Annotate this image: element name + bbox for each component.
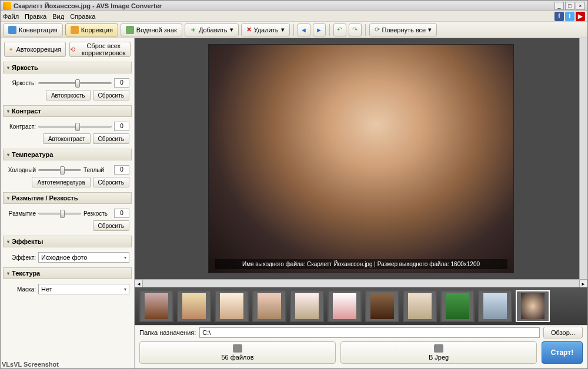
tab-convert[interactable]: Конвертация <box>3 24 63 36</box>
contrast-slider[interactable] <box>38 122 112 131</box>
thumbnail[interactable] <box>215 290 249 322</box>
twitter-icon[interactable]: t <box>565 12 574 21</box>
reset-temperature-button[interactable]: Сбросить <box>93 177 129 187</box>
mask-select[interactable]: Нет <box>38 284 129 294</box>
sidebar: ✦Автокоррекция ⟲Сброс всех корректировок… <box>1 38 135 368</box>
rotate-right-button[interactable]: ↷ <box>349 24 362 36</box>
preview-canvas: Имя выходного файла: Скарлетт Йоханссон.… <box>135 38 587 279</box>
destination-bar: Папка назначения: Обзор... <box>135 325 587 339</box>
mask-label: Маска: <box>5 286 36 293</box>
thumbnail-selected[interactable] <box>516 290 550 322</box>
thumbnail[interactable] <box>440 290 475 322</box>
watermark-icon <box>126 26 134 34</box>
prev-button[interactable]: ◄ <box>298 24 310 36</box>
titlebar: Скарлетт Йоханссон.jpg - AVS Image Conve… <box>1 1 587 11</box>
main-toolbar: Конвертация Коррекция Водяной знак ＋Доба… <box>1 22 587 38</box>
rotate-all-button[interactable]: ⟳Повернуть все ▾ <box>369 24 437 36</box>
auto-contrast-button[interactable]: Автоконтраст <box>43 133 91 144</box>
destination-input[interactable] <box>199 327 540 338</box>
cold-label: Холодный <box>5 167 36 173</box>
maximize-button[interactable]: □ <box>565 2 574 10</box>
thumbnail-strip <box>135 287 587 325</box>
menu-help[interactable]: Справка <box>70 13 95 20</box>
thumbnail[interactable] <box>328 290 362 322</box>
wand-icon: ✦ <box>8 46 14 53</box>
arrow-right-icon: ► <box>316 26 322 33</box>
thumbnail[interactable] <box>403 290 437 322</box>
effect-select[interactable]: Исходное фото <box>38 252 129 263</box>
files-card[interactable]: 56 файлов <box>139 341 336 364</box>
section-contrast[interactable]: Контраст <box>3 105 132 117</box>
brightness-value[interactable]: 0 <box>114 78 129 88</box>
preview-image: Имя выходного файла: Скарлетт Йоханссон.… <box>208 44 514 273</box>
format-card[interactable]: В Jpeg <box>340 341 537 364</box>
reset-all-button[interactable]: ⟲Сброс всех корректировок <box>69 42 131 57</box>
thumbnail[interactable] <box>365 290 399 322</box>
preview-caption: Имя выходного файла: Скарлетт Йоханссон.… <box>215 259 507 269</box>
correct-icon <box>71 26 79 34</box>
convert-icon <box>8 26 16 34</box>
close-button[interactable]: × <box>576 2 585 10</box>
blur-label: Размытие <box>5 210 36 217</box>
app-icon <box>3 2 11 10</box>
horizontal-scrollbar[interactable]: ◄ ► <box>135 279 587 287</box>
auto-brightness-button[interactable]: Автояркость <box>46 90 91 100</box>
warm-label: Теплый <box>83 167 112 173</box>
contrast-value[interactable]: 0 <box>114 122 129 131</box>
vertical-scrollbar[interactable] <box>579 38 587 279</box>
section-blur[interactable]: Размытие / Резкость <box>3 192 132 204</box>
browse-button[interactable]: Обзор... <box>543 327 583 338</box>
effect-label: Эффект: <box>5 254 36 261</box>
temperature-slider[interactable] <box>38 165 81 175</box>
blur-slider[interactable] <box>38 209 81 218</box>
thumbnail[interactable] <box>177 290 211 322</box>
viewer: Имя выходного файла: Скарлетт Йоханссон.… <box>135 38 587 368</box>
thumbnail[interactable] <box>252 290 286 322</box>
menu-edit[interactable]: Правка <box>25 13 46 20</box>
rotate-all-icon: ⟳ <box>375 26 380 33</box>
temperature-value[interactable]: 0 <box>114 165 129 175</box>
rotate-left-icon: ↶ <box>337 26 342 33</box>
section-temperature[interactable]: Температура <box>3 149 132 160</box>
blur-value[interactable]: 0 <box>114 209 129 218</box>
plus-icon: ＋ <box>190 25 196 34</box>
section-effects[interactable]: Эффекты <box>3 236 132 247</box>
youtube-icon[interactable]: ▶ <box>576 12 585 21</box>
add-button[interactable]: ＋Добавить ▾ <box>185 24 239 36</box>
menubar: Файл Правка Вид Справка f t ▶ <box>1 11 587 22</box>
arrow-left-icon: ◄ <box>300 26 307 33</box>
bottom-bar: 56 файлов В Jpeg Старт! <box>135 339 587 368</box>
delete-button[interactable]: ✕Удалить ▾ <box>241 24 290 36</box>
files-icon <box>233 344 242 353</box>
thumbnail[interactable] <box>290 290 324 322</box>
autocorrect-button[interactable]: ✦Автокоррекция <box>4 42 66 57</box>
rotate-right-icon: ↷ <box>352 26 358 33</box>
reset-brightness-button[interactable]: Сбросить <box>93 90 129 100</box>
auto-temperature-button[interactable]: Автотемпература <box>32 177 90 187</box>
format-icon <box>434 344 443 353</box>
destination-label: Папка назначения: <box>139 329 196 336</box>
tab-watermark[interactable]: Водяной знак <box>121 24 182 36</box>
screenshot-watermark: VLsVL Screenshot <box>2 361 59 368</box>
rotate-left-button[interactable]: ↶ <box>333 24 346 36</box>
next-button[interactable]: ► <box>313 24 326 36</box>
section-brightness[interactable]: Яркость <box>3 62 132 73</box>
facebook-icon[interactable]: f <box>554 12 564 21</box>
reset-contrast-button[interactable]: Сбросить <box>93 133 129 144</box>
thumbnail[interactable] <box>139 290 173 322</box>
minimize-button[interactable]: _ <box>554 2 564 10</box>
reset-icon: ⟲ <box>70 46 75 53</box>
start-button[interactable]: Старт! <box>542 341 583 364</box>
scroll-left-icon[interactable]: ◄ <box>135 280 143 288</box>
tab-correct[interactable]: Коррекция <box>65 24 118 36</box>
section-texture[interactable]: Текстура <box>3 267 132 279</box>
scroll-right-icon[interactable]: ► <box>579 280 587 288</box>
thumbnail[interactable] <box>478 290 512 322</box>
brightness-slider[interactable] <box>38 78 112 88</box>
reset-blur-button[interactable]: Сбросить <box>93 220 129 231</box>
menu-view[interactable]: Вид <box>52 13 64 20</box>
sharp-label: Резкость <box>83 210 112 217</box>
x-icon: ✕ <box>246 26 252 33</box>
brightness-label: Яркость: <box>5 80 36 86</box>
menu-file[interactable]: Файл <box>3 13 19 20</box>
